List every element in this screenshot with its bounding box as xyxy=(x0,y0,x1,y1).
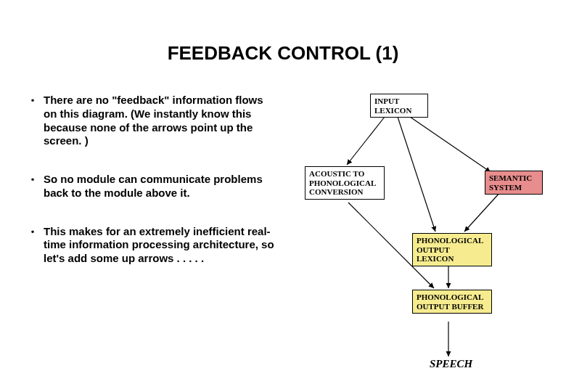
bullet-dot: • xyxy=(22,173,44,200)
bullet-text: There are no "feedback" information flow… xyxy=(44,94,276,148)
bullet-text: So no module can communicate problems ba… xyxy=(44,173,276,200)
list-item: • So no module can communicate problems … xyxy=(22,173,276,200)
box-phonological-output-buffer: PHONOLOGICAL OUTPUT BUFFER xyxy=(412,290,492,314)
speech-label: SPEECH xyxy=(430,358,472,370)
box-acoustic-conversion: ACOUSTIC TO PHONOLOGICAL CONVERSION xyxy=(305,166,385,200)
bullet-dot: • xyxy=(22,94,44,148)
list-item: • There are no "feedback" information fl… xyxy=(22,94,276,148)
page-title: FEEDBACK CONTROL (1) xyxy=(0,0,566,72)
bullet-dot: • xyxy=(22,225,44,266)
svg-line-1 xyxy=(410,117,491,172)
bullet-list: • There are no "feedback" information fl… xyxy=(22,94,290,392)
svg-line-0 xyxy=(347,117,385,165)
box-phonological-output-lexicon: PHONOLOGICAL OUTPUT LEXICON xyxy=(412,233,492,266)
box-input-lexicon: INPUT LEXICON xyxy=(370,94,428,118)
diagram-area: INPUT LEXICON ACOUSTIC TO PHONOLOGICAL C… xyxy=(290,94,551,392)
svg-line-2 xyxy=(398,117,435,232)
list-item: • This makes for an extremely inefficien… xyxy=(22,225,276,266)
bullet-text: This makes for an extremely inefficient … xyxy=(44,225,276,266)
content-area: • There are no "feedback" information fl… xyxy=(0,72,566,392)
box-semantic-system: SEMANTIC SYSTEM xyxy=(485,171,543,195)
svg-line-3 xyxy=(464,192,501,232)
